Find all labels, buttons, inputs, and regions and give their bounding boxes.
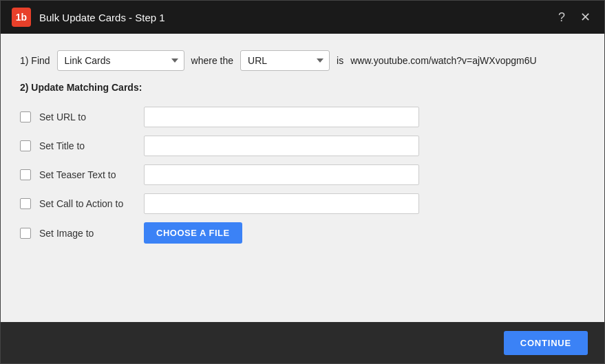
url-row-label: Set URL to: [39, 111, 136, 122]
title-bar-actions: ? ✕: [555, 8, 593, 26]
table-row: Set URL to: [20, 107, 585, 127]
url-input[interactable]: [144, 107, 419, 127]
table-row: Set Call to Action to: [20, 193, 585, 214]
table-row: Set Image to CHOOSE A FILE: [20, 222, 585, 244]
title-bar: 1b Bulk Update Cards - Step 1 ? ✕: [1, 1, 604, 34]
teaser-checkbox[interactable]: [20, 169, 31, 180]
find-section: 1) Find Link Cards Image Cards Text Card…: [20, 50, 585, 71]
card-type-dropdown[interactable]: Link Cards Image Cards Text Cards: [57, 50, 184, 71]
teaser-row-label: Set Teaser Text to: [39, 169, 136, 180]
table-row: Set Teaser Text to: [20, 164, 585, 185]
cta-input[interactable]: [144, 193, 419, 214]
url-checkbox[interactable]: [20, 111, 31, 122]
close-button[interactable]: ✕: [577, 8, 593, 26]
help-button[interactable]: ?: [555, 8, 568, 26]
image-row-label: Set Image to: [39, 228, 136, 239]
title-row-label: Set Title to: [39, 140, 136, 151]
continue-button[interactable]: CONTINUE: [504, 331, 588, 355]
title-input[interactable]: [144, 136, 419, 156]
update-section: 2) Update Matching Cards:: [20, 82, 585, 96]
teaser-input[interactable]: [144, 164, 419, 185]
image-checkbox[interactable]: [20, 228, 31, 239]
where-the-label: where the: [191, 55, 233, 66]
dialog: 1b Bulk Update Cards - Step 1 ? ✕ 1) Fin…: [0, 0, 605, 364]
update-section-label: 2) Update Matching Cards:: [20, 82, 585, 93]
cta-checkbox[interactable]: [20, 198, 31, 209]
url-filter-value: www.youtube.com/watch?v=ajWXvopgm6U: [350, 55, 536, 66]
is-label: is: [337, 55, 343, 66]
cta-row-label: Set Call to Action to: [39, 198, 136, 209]
table-row: Set Title to: [20, 136, 585, 156]
choose-file-button[interactable]: CHOOSE A FILE: [144, 222, 242, 244]
dialog-title: Bulk Update Cards - Step 1: [39, 12, 555, 23]
find-label: 1) Find: [20, 55, 50, 66]
title-checkbox[interactable]: [20, 140, 31, 151]
app-logo: 1b: [12, 8, 31, 27]
main-content: 1) Find Link Cards Image Cards Text Card…: [1, 34, 604, 322]
footer: CONTINUE: [1, 322, 604, 363]
field-dropdown[interactable]: URL Title Teaser Text Call to Action: [240, 50, 330, 71]
update-rows: Set URL to Set Title to Set Teaser Text …: [20, 107, 585, 244]
